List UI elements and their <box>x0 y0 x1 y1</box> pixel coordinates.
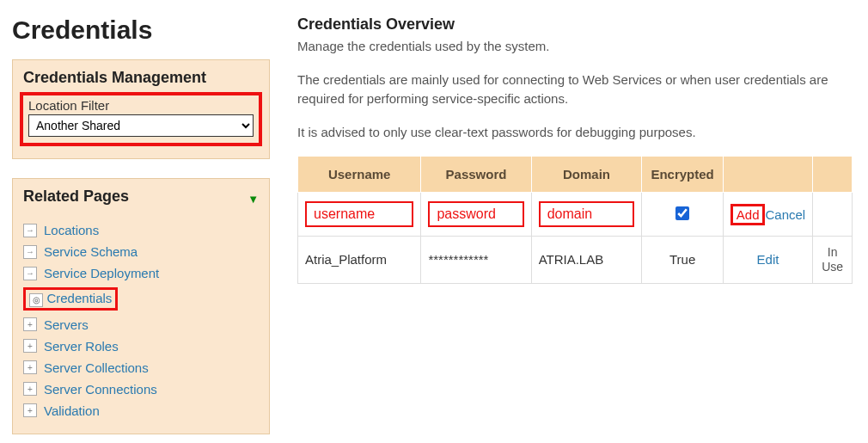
related-pages-panel: Related Pages ▼ →Locations→Service Schem… <box>12 178 270 434</box>
overview-desc1: Manage the credentials used by the syste… <box>297 37 853 57</box>
overview-desc2: The credentials are mainly used for conn… <box>297 71 853 109</box>
sidebar-link[interactable]: Server Connections <box>44 382 157 397</box>
overview-desc3: It is advised to only use clear-text pas… <box>297 123 853 143</box>
cell-username: Atria_Platform <box>298 237 421 284</box>
arrow-icon: → <box>23 267 37 280</box>
sidebar-link[interactable]: Locations <box>44 223 99 237</box>
sidebar-link[interactable]: Server Collections <box>44 360 149 375</box>
sidebar-link[interactable]: Service Deployment <box>44 266 159 280</box>
location-filter-select[interactable]: Another Shared <box>28 114 254 137</box>
credentials-mgmt-title: Credentials Management <box>23 69 259 87</box>
cell-status: In Use <box>813 237 853 284</box>
col-domain: Domain <box>531 157 642 193</box>
arrow-icon: → <box>23 245 37 259</box>
sidebar-item-server-collections: +Server Collections <box>23 357 259 378</box>
edit-link[interactable]: Edit <box>757 252 779 267</box>
col-actions <box>723 157 812 193</box>
location-filter-label: Location Filter <box>28 98 254 113</box>
encrypted-checkbox[interactable] <box>675 206 689 220</box>
sidebar-item-server-roles: +Server Roles <box>23 335 259 357</box>
sidebar-item-locations: →Locations <box>23 219 259 241</box>
gear-icon: ◎ <box>29 293 43 307</box>
cell-domain: ATRIA.LAB <box>531 237 642 284</box>
table-row: Atria_Platform ************ ATRIA.LAB Tr… <box>298 237 853 284</box>
sidebar-item-validation: +Validation <box>23 400 259 421</box>
sidebar-link[interactable]: Service Schema <box>44 244 138 259</box>
related-pages-title: Related Pages <box>23 188 129 206</box>
collapse-caret-icon[interactable]: ▼ <box>248 193 259 206</box>
sidebar-link[interactable]: Validation <box>44 403 100 418</box>
plus-icon: + <box>23 317 37 331</box>
plus-icon: + <box>23 403 37 417</box>
page-title: Credentials <box>12 15 270 44</box>
credentials-mgmt-panel: Credentials Management Location Filter A… <box>12 59 270 159</box>
sidebar-item-service-schema: →Service Schema <box>23 241 259 262</box>
plus-icon: + <box>23 339 37 353</box>
cancel-link[interactable]: Cancel <box>765 207 805 222</box>
cell-encrypted: True <box>642 237 723 284</box>
sidebar-item-servers: +Servers <box>23 314 259 335</box>
credentials-table: Username Password Domain Encrypted AddCa… <box>297 156 853 284</box>
col-password: Password <box>421 157 531 193</box>
col-encrypted: Encrypted <box>642 157 723 193</box>
col-username: Username <box>298 157 421 193</box>
table-newrow: AddCancel <box>298 193 853 237</box>
location-filter-highlight: Location Filter Another Shared <box>20 92 262 146</box>
newrow-status <box>813 193 853 237</box>
add-button[interactable]: Add <box>730 204 766 225</box>
sidebar-link[interactable]: Servers <box>44 317 89 332</box>
domain-input[interactable] <box>539 201 635 227</box>
sidebar-item-credentials: ◎ Credentials <box>23 284 259 314</box>
credentials-highlight: ◎ Credentials <box>23 287 118 311</box>
sidebar-item-service-deployment: →Service Deployment <box>23 262 259 284</box>
table-header-row: Username Password Domain Encrypted <box>298 157 853 193</box>
col-status <box>813 157 853 193</box>
password-input[interactable] <box>428 201 523 227</box>
sidebar-link[interactable]: Server Roles <box>44 339 119 354</box>
cell-password: ************ <box>421 237 531 284</box>
plus-icon: + <box>23 382 37 396</box>
sidebar-link[interactable]: Credentials <box>46 291 112 305</box>
username-input[interactable] <box>305 201 413 227</box>
overview-title: Credentials Overview <box>297 15 853 34</box>
sidebar-item-server-connections: +Server Connections <box>23 378 259 400</box>
arrow-icon: → <box>23 224 37 237</box>
plus-icon: + <box>23 360 37 374</box>
